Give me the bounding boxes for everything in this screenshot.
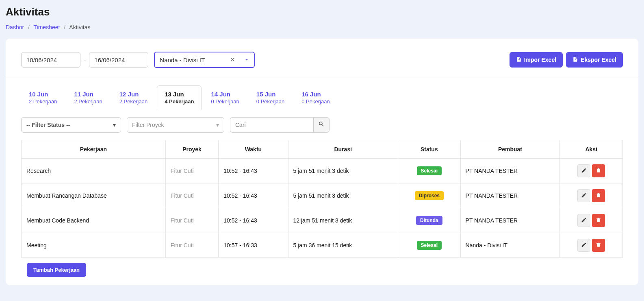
trash-icon [596, 168, 601, 174]
cell-pembuat: Nanda - Divisi IT [460, 233, 560, 258]
cell-aksi [560, 183, 623, 208]
cell-aksi [560, 233, 623, 258]
pencil-icon [581, 242, 587, 249]
cell-pekerjaan: Membuat Code Backend [22, 208, 166, 233]
tab-date: 12 Jun [119, 91, 147, 98]
pencil-icon [581, 168, 587, 174]
cell-pekerjaan: Research [22, 159, 166, 183]
export-excel-button[interactable]: Ekspor Excel [566, 52, 623, 68]
tab-count: 0 Pekerjaan [256, 98, 284, 105]
search-input[interactable] [230, 117, 313, 133]
status-badge: Diproses [415, 191, 444, 200]
tab-11-jun[interactable]: 11 Jun2 Pekerjaan [66, 85, 110, 110]
cell-durasi: 12 jam 51 menit 3 detik [288, 208, 398, 233]
search-wrap [230, 117, 330, 133]
cell-proyek: Fitur Cuti [165, 183, 218, 208]
tab-count: 0 Pekerjaan [301, 98, 330, 105]
clear-icon[interactable]: ✕ [228, 56, 237, 63]
tab-10-jun[interactable]: 10 Jun2 Pekerjaan [21, 85, 65, 110]
tab-date: 10 Jun [29, 91, 57, 98]
chevron-down-icon: ▾ [113, 122, 116, 128]
tab-count: 0 Pekerjaan [211, 98, 239, 105]
cell-proyek: Fitur Cuti [165, 159, 218, 183]
filter-proyek-label: Filter Proyek [132, 122, 164, 128]
delete-button[interactable] [592, 214, 605, 227]
cell-proyek: Fitur Cuti [165, 208, 218, 233]
filters-row: -- Filter Status -- ▾ Filter Proyek ▾ [6, 110, 638, 140]
th-proyek: Proyek [165, 140, 218, 159]
file-upload-icon [572, 57, 578, 63]
th-status: Status [398, 140, 461, 159]
filter-status-select[interactable]: -- Filter Status -- ▾ [21, 117, 121, 133]
cell-durasi: 5 jam 51 menit 3 detik [288, 159, 398, 183]
cell-aksi [560, 208, 623, 233]
import-excel-label: Impor Excel [524, 57, 556, 63]
date-to-input[interactable] [89, 52, 148, 68]
tab-count: 2 Pekerjaan [29, 98, 57, 105]
date-range-dash: - [84, 56, 86, 63]
edit-button[interactable] [577, 239, 590, 252]
tab-count: 2 Pekerjaan [74, 98, 102, 105]
page-title: Aktivitas [6, 6, 638, 18]
tab-date: 16 Jun [301, 91, 330, 98]
date-from-input[interactable] [21, 52, 80, 68]
table-row: MeetingFitur Cuti10:57 - 16:335 jam 36 m… [22, 233, 623, 258]
file-download-icon [516, 57, 522, 63]
cell-durasi: 5 jam 51 menit 3 detik [288, 183, 398, 208]
tab-count: 4 Pekerjaan [165, 98, 194, 105]
tab-count: 2 Pekerjaan [119, 98, 147, 105]
main-card: - Nanda - Divisi IT ✕ Impor Excel [6, 39, 638, 285]
filter-proyek-select[interactable]: Filter Proyek ▾ [127, 117, 224, 133]
delete-button[interactable] [592, 164, 605, 177]
table-wrap: PekerjaanProyekWaktuDurasiStatusPembuatA… [6, 140, 638, 285]
edit-button[interactable] [577, 214, 590, 227]
cell-status: Diproses [398, 183, 461, 208]
tab-date: 11 Jun [74, 91, 102, 98]
import-excel-button[interactable]: Impor Excel [510, 52, 563, 68]
th-durasi: Durasi [288, 140, 398, 159]
cell-pekerjaan: Membuat Rancangan Database [22, 183, 166, 208]
tab-15-jun[interactable]: 15 Jun0 Pekerjaan [249, 85, 292, 110]
status-badge: Selesai [417, 241, 442, 250]
tab-13-jun[interactable]: 13 Jun4 Pekerjaan [157, 85, 202, 110]
chevron-down-icon: ▾ [216, 122, 219, 128]
cell-durasi: 5 jam 36 menit 15 detik [288, 233, 398, 258]
cell-waktu: 10:52 - 16:43 [219, 208, 288, 233]
cell-pembuat: PT NANDA TESTER [460, 183, 560, 208]
th-aksi: Aksi [560, 140, 623, 159]
cell-status: Ditunda [398, 208, 461, 233]
status-badge: Ditunda [416, 216, 442, 225]
tab-16-jun[interactable]: 16 Jun0 Pekerjaan [294, 85, 337, 110]
breadcrumb-sep: / [28, 24, 30, 31]
th-pekerjaan: Pekerjaan [22, 140, 166, 159]
pencil-icon [581, 217, 587, 224]
breadcrumb-sep: / [64, 24, 65, 31]
breadcrumb-dasbor[interactable]: Dasbor [6, 24, 24, 31]
trash-icon [596, 242, 601, 249]
toolbar: - Nanda - Divisi IT ✕ Impor Excel [6, 39, 638, 78]
cell-pembuat: PT NANDA TESTER [460, 208, 560, 233]
edit-button[interactable] [577, 164, 590, 177]
filter-status-label: -- Filter Status -- [26, 122, 70, 128]
chevron-down-icon[interactable] [243, 57, 251, 63]
th-waktu: Waktu [219, 140, 288, 159]
add-pekerjaan-button[interactable]: Tambah Pekerjaan [27, 263, 86, 277]
edit-button[interactable] [577, 189, 590, 202]
search-button[interactable] [313, 117, 330, 133]
tab-14-jun[interactable]: 14 Jun0 Pekerjaan [203, 85, 247, 110]
trash-icon [596, 217, 601, 224]
export-excel-label: Ekspor Excel [581, 57, 616, 63]
person-select[interactable]: Nanda - Divisi IT ✕ [154, 52, 255, 68]
cell-pembuat: PT NANDA TESTER [460, 159, 560, 183]
tab-12-jun[interactable]: 12 Jun2 Pekerjaan [112, 85, 155, 110]
th-pembuat: Pembuat [460, 140, 560, 159]
table-row: Membuat Rancangan DatabaseFitur Cuti10:5… [22, 183, 623, 208]
table-row: ResearchFitur Cuti10:52 - 16:435 jam 51 … [22, 159, 623, 183]
search-icon [318, 121, 325, 129]
delete-button[interactable] [592, 189, 605, 202]
person-select-label: Nanda - Divisi IT [160, 57, 228, 63]
breadcrumb-timesheet[interactable]: Timesheet [34, 24, 60, 31]
pencil-icon [581, 192, 587, 199]
cell-proyek: Fitur Cuti [165, 233, 218, 258]
delete-button[interactable] [592, 239, 605, 252]
